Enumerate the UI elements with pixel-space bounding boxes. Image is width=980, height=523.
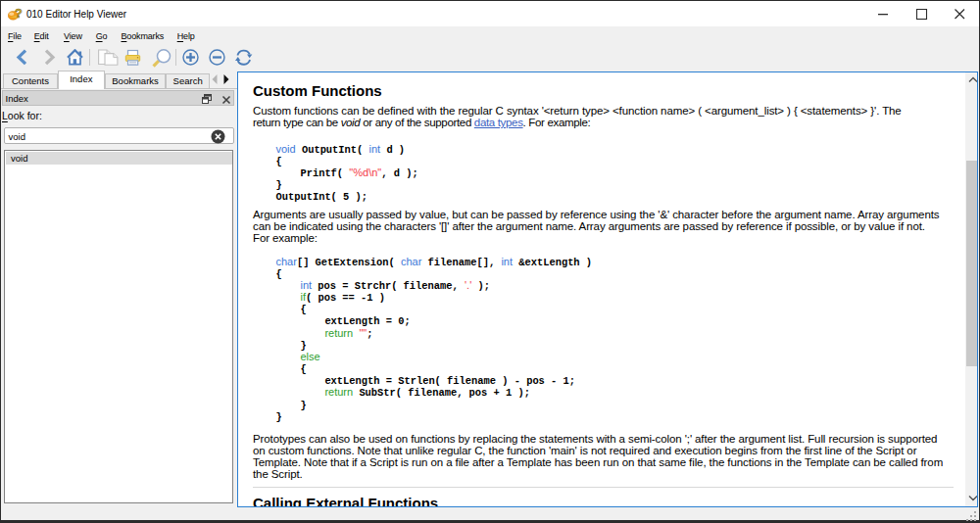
svg-text:?: ?	[15, 7, 23, 21]
